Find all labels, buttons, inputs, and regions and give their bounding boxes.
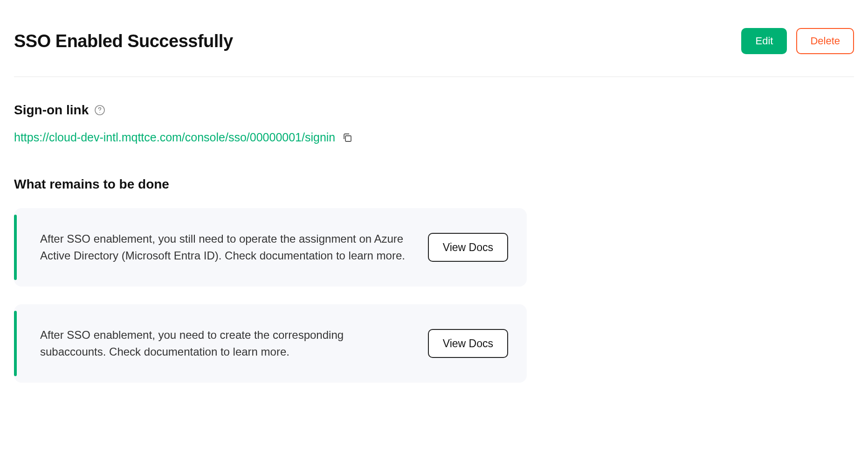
signon-link-row: https://cloud-dev-intl.mqttce.com/consol… [14,131,854,144]
svg-point-1 [99,112,100,113]
page-header: SSO Enabled Successfully Edit Delete [14,28,854,77]
delete-button[interactable]: Delete [796,28,854,54]
copy-icon[interactable] [342,132,353,143]
signon-link-label-row: Sign-on link [14,103,854,118]
remains-cards: After SSO enablement, you still need to … [14,208,527,383]
page-title: SSO Enabled Successfully [14,31,233,51]
remains-card-text: After SSO enablement, you still need to … [40,231,409,264]
view-docs-button[interactable]: View Docs [428,233,508,262]
remains-card-text: After SSO enablement, you need to create… [40,327,409,360]
remains-card: After SSO enablement, you still need to … [14,208,527,287]
remains-card: After SSO enablement, you need to create… [14,304,527,383]
signon-link[interactable]: https://cloud-dev-intl.mqttce.com/consol… [14,131,335,144]
signon-link-label: Sign-on link [14,103,89,118]
help-icon[interactable] [94,105,105,116]
sso-success-page: SSO Enabled Successfully Edit Delete Sig… [0,0,868,462]
view-docs-button[interactable]: View Docs [428,329,508,358]
edit-button[interactable]: Edit [741,28,787,54]
header-actions: Edit Delete [741,28,854,54]
svg-rect-2 [345,136,351,141]
remains-title: What remains to be done [14,177,854,192]
